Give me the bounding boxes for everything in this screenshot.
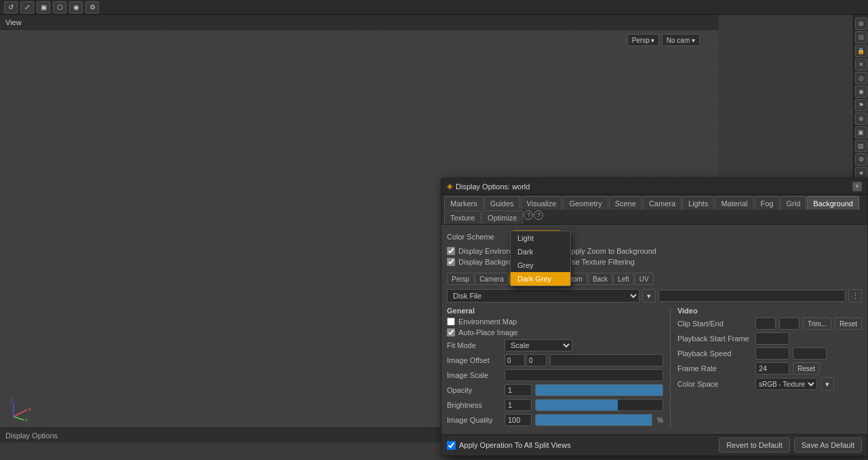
playback-speed-slider[interactable] <box>793 347 827 360</box>
display-environments-label: Display Environ <box>458 247 510 255</box>
dialog-title: ◈ Display Options: world <box>447 182 530 191</box>
image-offset-slider[interactable] <box>550 354 663 366</box>
brightness-row: Brightness <box>447 399 663 411</box>
image-scale-row: Image Scale <box>447 369 663 381</box>
dialog-close-button[interactable]: × <box>852 182 862 191</box>
playback-speed-input[interactable] <box>755 347 789 360</box>
color-space-expand[interactable]: ▾ <box>821 377 834 391</box>
tab-info-icon-1[interactable]: ? <box>524 210 533 220</box>
brightness-slider[interactable] <box>535 399 663 411</box>
view-tab-camera[interactable]: Camera <box>475 273 509 285</box>
env-map-checkbox[interactable] <box>447 318 455 326</box>
brightness-value[interactable] <box>505 399 532 411</box>
persp-button[interactable]: Persp ▾ <box>627 34 659 46</box>
toolbar-btn-2[interactable]: ⤢ <box>20 1 34 14</box>
tab-camera[interactable]: Camera <box>643 196 682 210</box>
playback-start-input[interactable] <box>755 332 789 345</box>
frame-rate-input[interactable] <box>755 362 789 375</box>
sidebar-icon-1[interactable]: ⊞ <box>855 18 867 30</box>
revert-button[interactable]: Revert to Default <box>719 438 790 453</box>
toolbar-btn-1[interactable]: ↺ <box>4 1 18 14</box>
clip-end-input[interactable] <box>779 318 800 330</box>
apply-all-splits-checkbox[interactable] <box>447 441 456 450</box>
color-space-select[interactable]: sRGB - Texture <box>755 378 817 390</box>
dropdown-item-grey[interactable]: Grey <box>511 258 570 272</box>
playback-start-label: Playback Start Frame <box>677 334 752 343</box>
opacity-slider[interactable] <box>535 384 663 396</box>
sidebar-icon-10[interactable]: ▤ <box>855 140 867 152</box>
image-offset-inputs <box>505 354 547 366</box>
svg-text:Z: Z <box>10 397 14 403</box>
tab-markers[interactable]: Markers <box>444 196 484 210</box>
fit-mode-select[interactable]: Scale <box>505 339 572 351</box>
clip-start-input[interactable] <box>755 318 776 330</box>
save-default-button[interactable]: Save As Default <box>794 438 862 453</box>
sidebar-icon-6[interactable]: ◉ <box>855 85 867 98</box>
dropdown-item-dark[interactable]: Dark <box>511 245 570 258</box>
view-tab-persp[interactable]: Persp <box>447 273 474 285</box>
view-tab-back[interactable]: Back <box>588 273 612 285</box>
dialog-titlebar: ◈ Display Options: world × <box>441 178 867 195</box>
image-scale-slider[interactable] <box>505 369 663 381</box>
tab-geometry[interactable]: Geometry <box>563 196 608 210</box>
toolbar-btn-4[interactable]: ⬡ <box>53 1 66 14</box>
svg-line-0 <box>14 410 27 417</box>
toolbar-btn-5[interactable]: ◉ <box>69 1 83 14</box>
sidebar-icon-4[interactable]: ✕ <box>855 58 867 71</box>
image-offset-y[interactable] <box>526 354 547 366</box>
tab-background[interactable]: Background <box>807 196 859 210</box>
tab-visualize[interactable]: Visualize <box>521 196 563 210</box>
image-quality-slider[interactable] <box>535 414 652 426</box>
sidebar-icon-7[interactable]: ⚑ <box>855 99 867 111</box>
dropdown-item-light[interactable]: Light <box>511 231 570 245</box>
view-tab-left[interactable]: Left <box>613 273 634 285</box>
sidebar-icon-11[interactable]: ⚙ <box>855 153 867 166</box>
auto-place-checkbox[interactable] <box>447 328 455 337</box>
display-backgrounds-checkbox[interactable] <box>447 258 455 266</box>
sidebar-icon-5[interactable]: ◎ <box>855 72 867 84</box>
trim-button[interactable]: Trim... <box>803 318 831 330</box>
use-texture-row: Use Texture Filtering <box>555 258 862 266</box>
tab-grid[interactable]: Grid <box>781 196 807 210</box>
source-path-field[interactable] <box>658 290 846 302</box>
no-cam-button[interactable]: No cam ▾ <box>662 34 700 46</box>
sidebar-icon-9[interactable]: ▣ <box>855 126 867 138</box>
apply-zoom-label: Apply Zoom to Background <box>566 247 656 255</box>
display-environments-checkbox[interactable] <box>447 247 455 255</box>
tab-lights[interactable]: Lights <box>682 196 714 210</box>
source-select[interactable]: Disk File <box>447 289 639 303</box>
reset-clip-button[interactable]: Reset <box>835 318 862 330</box>
toolbar-btn-6[interactable]: ⚙ <box>85 1 99 14</box>
axes-indicator: X Y Z <box>7 396 34 423</box>
reset-framerate-button[interactable]: Reset <box>793 362 820 375</box>
sidebar-icon-8[interactable]: ⊕ <box>855 113 867 125</box>
color-space-row: Color Space sRGB - Texture ▾ <box>677 377 862 391</box>
viewport-title: View <box>5 18 22 26</box>
sidebar-icon-2[interactable]: ⊟ <box>855 31 867 43</box>
playback-speed-row: Playback Speed <box>677 347 862 360</box>
source-expand-button[interactable]: ▾ <box>642 289 656 303</box>
color-space-label: Color Space <box>677 380 752 388</box>
dropdown-item-darkgrey[interactable]: Dark Grey <box>511 272 570 286</box>
tab-optimize[interactable]: Optimize <box>481 210 523 224</box>
view-tab-uv[interactable]: UV <box>635 273 654 285</box>
clip-start-end-label: Clip Start/End <box>677 320 752 328</box>
image-offset-x[interactable] <box>505 354 525 366</box>
tab-info-icon-2[interactable]: ? <box>534 210 543 220</box>
source-browse-button[interactable]: ⋮ <box>848 289 862 303</box>
image-quality-value[interactable] <box>505 414 532 426</box>
tab-scene[interactable]: Scene <box>609 196 642 210</box>
tab-texture[interactable]: Texture <box>444 210 481 224</box>
opacity-label: Opacity <box>447 386 501 394</box>
opacity-value[interactable] <box>505 384 532 396</box>
tab-fog[interactable]: Fog <box>755 196 780 210</box>
image-quality-row: Image Quality % <box>447 414 663 426</box>
env-map-row: Environment Map <box>447 318 663 326</box>
tab-guides[interactable]: Guides <box>484 196 520 210</box>
image-offset-label: Image Offset <box>447 356 501 364</box>
frame-rate-label: Frame Rate <box>677 364 752 372</box>
sidebar-icon-3[interactable]: 🔒 <box>855 45 867 57</box>
tab-material[interactable]: Material <box>715 196 753 210</box>
toolbar-btn-3[interactable]: ▣ <box>37 1 50 14</box>
dialog-main-columns: General Environment Map Auto-Place Image… <box>447 307 862 429</box>
